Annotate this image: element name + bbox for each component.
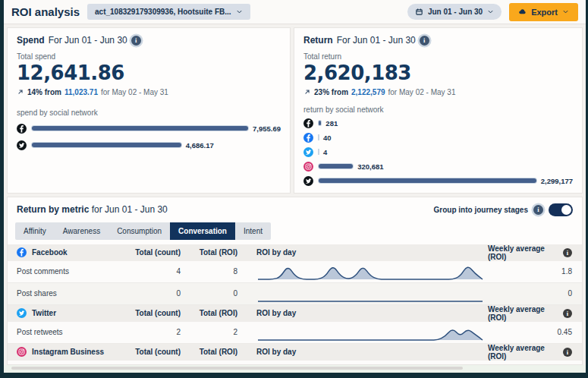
info-icon[interactable] bbox=[420, 36, 429, 46]
calendar-icon bbox=[415, 8, 423, 16]
metrics-title-bold: Return by metric bbox=[17, 204, 89, 215]
return-panel: Return For Jun 01 - Jun 30 Total return … bbox=[294, 27, 583, 194]
scrollbar-strip bbox=[4, 365, 586, 373]
page-title: ROI analysis bbox=[11, 5, 80, 18]
metric-roi: 2 bbox=[181, 328, 237, 336]
spend-bar-facebook-value: 7,955.69 bbox=[253, 124, 281, 133]
return-title: Return bbox=[303, 35, 333, 46]
total-return-value: 2,620,183 bbox=[303, 62, 573, 84]
twitter-icon bbox=[17, 140, 27, 150]
facebook-icon bbox=[303, 118, 313, 128]
section-header-facebook: Facebook Total (count) Total (ROI) ROI b… bbox=[8, 244, 582, 261]
return-bar bbox=[319, 121, 321, 125]
info-icon[interactable] bbox=[563, 248, 572, 257]
bar-track: 4,686.17 bbox=[32, 141, 281, 150]
tab-intent[interactable]: Intent bbox=[235, 222, 271, 240]
instagram-icon bbox=[303, 162, 313, 172]
spend-panel: Spend For Jun 01 - Jun 30 Total spend 12… bbox=[7, 27, 291, 194]
table-row: Post shares 0 0 0 bbox=[8, 283, 582, 305]
return-bar-value: 2,299,177 bbox=[541, 177, 573, 185]
instagram-icon bbox=[17, 347, 27, 357]
section-name: Instagram Business bbox=[32, 348, 104, 356]
return-delta-row: 23% from 2,122,579 for May 02 - May 31 bbox=[303, 88, 573, 96]
total-return-label: Total return bbox=[303, 52, 573, 61]
tab-conversation[interactable]: Conversation bbox=[170, 222, 235, 240]
info-icon[interactable] bbox=[533, 205, 543, 215]
section-name: Facebook bbox=[32, 248, 68, 257]
metrics-title: Return by metric for Jun 01 - Jun 30 bbox=[17, 204, 168, 215]
spend-delta-pct: 14% from bbox=[27, 88, 61, 96]
spend-period: For Jun 01 - Jun 30 bbox=[49, 35, 127, 46]
metric-name: Post retweets bbox=[8, 328, 120, 336]
info-icon[interactable] bbox=[563, 309, 572, 318]
return-delta-period: for May 02 - May 31 bbox=[388, 88, 456, 96]
tab-awareness[interactable]: Awareness bbox=[55, 222, 108, 240]
return-by-metric-panel: Return by metric for Jun 01 - Jun 30 Gro… bbox=[7, 197, 583, 365]
col-header-roi: Total (ROI) bbox=[181, 309, 237, 317]
metric-weekly-avg: 1.8 bbox=[488, 267, 582, 276]
journey-stages-label: Group into journey stages bbox=[434, 206, 528, 214]
twitter-icon bbox=[303, 147, 313, 157]
roi-by-day-sparkline bbox=[256, 283, 484, 304]
table-row: Post comments 4 8 1.8 bbox=[8, 261, 582, 283]
horizontal-scrollbar[interactable] bbox=[11, 367, 463, 370]
journey-stages-control: Group into journey stages bbox=[434, 203, 573, 216]
tab-affinity[interactable]: Affinity bbox=[15, 222, 55, 240]
toggle-knob bbox=[561, 205, 571, 215]
twitter-icon bbox=[303, 176, 313, 186]
spend-by-network-label: spend by social network bbox=[17, 109, 281, 117]
metric-count: 2 bbox=[120, 328, 181, 336]
section-header-instagram: Instagram Business Total (count) Total (… bbox=[8, 344, 582, 361]
spend-bar-twitter-value: 4,686.17 bbox=[186, 141, 214, 150]
info-icon[interactable] bbox=[131, 36, 141, 46]
metric-roi: 8 bbox=[181, 267, 237, 276]
journey-stages-toggle[interactable] bbox=[549, 203, 573, 216]
return-title-row: Return For Jun 01 - Jun 30 bbox=[303, 35, 573, 46]
return-bar-row-instagram: 320,681 bbox=[303, 162, 573, 172]
col-header-roi: Total (ROI) bbox=[181, 348, 237, 356]
metrics-period: for Jun 01 - Jun 30 bbox=[92, 204, 168, 215]
return-previous-value-link[interactable]: 2,122,579 bbox=[351, 88, 385, 96]
spend-previous-value-link[interactable]: 11,023.71 bbox=[64, 88, 98, 96]
metric-tabs: Affinity Awareness Consumption Conversat… bbox=[15, 222, 271, 240]
chevron-down-icon bbox=[562, 8, 569, 15]
col-header-day: ROI by day bbox=[237, 309, 488, 317]
section-name: Twitter bbox=[32, 309, 56, 317]
export-cloud-icon bbox=[518, 8, 527, 16]
metric-count: 4 bbox=[120, 267, 181, 276]
facebook-icon bbox=[303, 133, 313, 143]
roi-analysis-app: ROI analysis act_108329179309936, Hootsu… bbox=[4, 0, 586, 373]
total-spend-label: Total spend bbox=[17, 52, 281, 61]
metric-name: Post comments bbox=[8, 267, 120, 276]
info-icon[interactable] bbox=[563, 348, 572, 357]
export-button[interactable]: Export bbox=[509, 3, 578, 21]
export-label: Export bbox=[531, 8, 558, 17]
col-header-day: ROI by day bbox=[237, 248, 488, 257]
return-bar-row-twitter-dark: 2,299,177 bbox=[303, 176, 573, 186]
spend-bar-row-twitter: 4,686.17 bbox=[17, 140, 281, 150]
col-header-count: Total (count) bbox=[120, 309, 181, 317]
chevron-down-icon bbox=[487, 8, 494, 15]
return-bar-row-facebook: 40 bbox=[303, 133, 573, 143]
return-bar bbox=[319, 178, 536, 183]
account-dropdown[interactable]: act_108329179309936, Hootsuite FB... bbox=[87, 4, 250, 20]
facebook-icon bbox=[17, 247, 27, 257]
tab-consumption[interactable]: Consumption bbox=[108, 222, 170, 240]
table-row: Post retweets 2 2 0.45 bbox=[8, 322, 582, 344]
spend-delta-row: 14% from 11,023.71 for May 02 - May 31 bbox=[17, 88, 281, 96]
account-dropdown-label: act_108329179309936, Hootsuite FB... bbox=[95, 8, 231, 16]
col-header-roi: Total (ROI) bbox=[181, 248, 237, 257]
screenshot-frame: ROI analysis act_108329179309936, Hootsu… bbox=[0, 0, 588, 378]
return-bar-row-facebook-dark: 281 bbox=[303, 118, 573, 128]
return-bar-value: 281 bbox=[325, 119, 338, 128]
spend-title-row: Spend For Jun 01 - Jun 30 bbox=[17, 35, 281, 46]
metrics-header: Return by metric for Jun 01 - Jun 30 Gro… bbox=[8, 197, 582, 221]
chevron-down-icon bbox=[236, 8, 243, 15]
return-period: For Jun 01 - Jun 30 bbox=[337, 35, 416, 46]
return-delta-pct: 23% from bbox=[314, 88, 348, 96]
col-header-day: ROI by day bbox=[237, 348, 488, 356]
col-header-weekly: Weekly average (ROI) bbox=[488, 244, 559, 261]
return-bar-value: 4 bbox=[323, 148, 327, 156]
date-range-picker[interactable]: Jun 01 - Jun 30 bbox=[407, 4, 502, 20]
col-header-count: Total (count) bbox=[120, 248, 181, 257]
